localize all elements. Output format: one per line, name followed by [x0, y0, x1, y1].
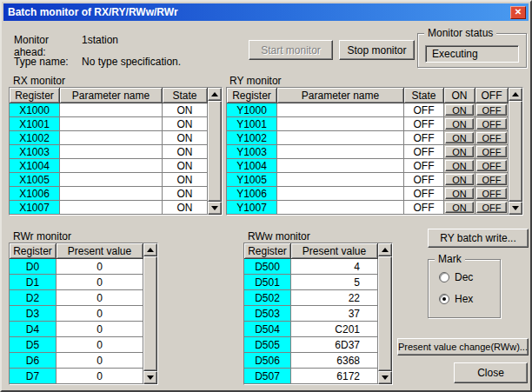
ry-header-off: OFF	[475, 88, 509, 103]
rwr-monitor-label: RWr monitor	[13, 230, 71, 243]
ry-off-button[interactable]: OFF	[476, 188, 507, 199]
type-name-label: Type name:	[14, 56, 82, 68]
register-cell: X1004	[10, 159, 60, 173]
scroll-thumb[interactable]	[378, 256, 392, 371]
state-cell: ON	[163, 131, 208, 145]
ry-off-button[interactable]: OFF	[476, 132, 507, 143]
ry-batch-write-button[interactable]: RY batch write...	[428, 229, 529, 248]
state-cell: OFF	[404, 159, 444, 173]
batch-monitor-dialog: Batch monitor of RX/RY/RWw/RWr ✕ Monitor…	[0, 0, 532, 392]
ry-monitor-label: RY monitor	[229, 75, 282, 87]
present-value-change-button[interactable]: Present value change(RWw)...	[397, 338, 529, 355]
ry-off-button[interactable]: OFF	[476, 104, 507, 116]
rx-monitor-table: Register Parameter name State X1000 ON X…	[9, 87, 223, 216]
type-name-value: No type specification.	[82, 56, 181, 68]
close-button[interactable]: Close	[454, 362, 528, 383]
register-cell: X1000	[10, 103, 60, 117]
rx-monitor-label: RX monitor	[13, 75, 65, 87]
state-cell: OFF	[404, 187, 444, 201]
mark-group: Mark Dec Hex	[428, 259, 501, 318]
register-cell: Y1006	[227, 187, 277, 201]
ry-off-button[interactable]: OFF	[476, 202, 507, 213]
value-cell: 4	[291, 259, 378, 275]
value-cell: 0	[57, 259, 143, 275]
rwr-scrollbar[interactable]	[143, 243, 157, 384]
window-title: Batch monitor of RX/RY/RWw/RWr	[8, 6, 510, 18]
ry-off-button[interactable]: OFF	[476, 174, 507, 185]
register-cell: Y1001	[227, 117, 277, 131]
value-cell: 0	[57, 306, 143, 322]
start-monitor-button[interactable]: Start monitor	[249, 40, 333, 60]
ry-on-button[interactable]: ON	[445, 188, 474, 199]
mark-group-label: Mark	[435, 253, 465, 265]
scroll-down-button[interactable]	[143, 371, 157, 384]
param-cell	[60, 117, 163, 131]
ry-header-register: Register	[227, 88, 277, 103]
state-cell: ON	[163, 201, 208, 215]
param-cell	[277, 103, 404, 117]
rx-scrollbar[interactable]	[208, 88, 222, 215]
scroll-up-button[interactable]	[509, 88, 522, 101]
value-cell: 0	[57, 290, 143, 306]
arrow-up-icon	[211, 92, 218, 96]
register-cell: D506	[244, 353, 291, 369]
monitor-status-value: Executing	[432, 48, 478, 60]
ry-off-button[interactable]: OFF	[476, 146, 507, 157]
register-cell: D1	[10, 275, 57, 290]
close-glyph: ✕	[515, 8, 522, 17]
ry-on-button[interactable]: ON	[445, 104, 474, 116]
register-cell: Y1005	[227, 173, 277, 187]
state-cell: ON	[163, 159, 208, 173]
value-cell: 0	[57, 337, 143, 353]
value-cell: 6172	[291, 369, 378, 384]
register-cell: D3	[10, 306, 57, 322]
scroll-down-button[interactable]	[378, 371, 392, 384]
value-cell: C201	[291, 322, 378, 337]
arrow-up-icon	[382, 248, 389, 252]
register-cell: D500	[244, 259, 291, 275]
hex-radio-option[interactable]: Hex	[439, 293, 473, 305]
register-cell: X1001	[10, 117, 60, 131]
title-bar[interactable]: Batch monitor of RX/RY/RWw/RWr ✕	[3, 3, 529, 21]
dec-radio-icon[interactable]	[439, 272, 449, 282]
scroll-up-button[interactable]	[143, 243, 157, 256]
scroll-down-button[interactable]	[509, 202, 522, 215]
scroll-up-button[interactable]	[208, 88, 222, 101]
ry-on-button[interactable]: ON	[445, 174, 474, 185]
register-cell: X1002	[10, 131, 60, 145]
ry-scrollbar[interactable]	[509, 88, 522, 215]
register-cell: D502	[244, 290, 291, 306]
rwr-header-value: Present value	[57, 243, 143, 259]
arrow-down-icon	[382, 375, 389, 380]
param-cell	[60, 145, 163, 159]
hex-radio-icon[interactable]	[439, 294, 449, 304]
param-cell	[60, 201, 163, 215]
dec-radio-option[interactable]: Dec	[439, 271, 473, 283]
state-cell: ON	[163, 117, 208, 131]
rww-scrollbar[interactable]	[378, 243, 392, 384]
stop-monitor-button[interactable]: Stop monitor	[339, 40, 415, 60]
ry-on-button[interactable]: ON	[445, 146, 474, 157]
scroll-thumb[interactable]	[509, 101, 522, 202]
monitor-status-group: Monitor status Executing	[417, 33, 527, 68]
ry-off-button[interactable]: OFF	[476, 160, 507, 171]
ry-header-state: State	[404, 88, 444, 103]
param-cell	[60, 159, 163, 173]
param-cell	[277, 173, 404, 187]
register-cell: D4	[10, 322, 57, 337]
close-icon[interactable]: ✕	[510, 6, 526, 19]
ry-off-button[interactable]: OFF	[476, 118, 507, 130]
register-cell: X1003	[10, 145, 60, 159]
scroll-up-button[interactable]	[378, 243, 392, 256]
ry-on-button[interactable]: ON	[445, 202, 474, 213]
register-cell: D0	[10, 259, 57, 275]
scroll-down-button[interactable]	[208, 202, 222, 215]
ry-on-button[interactable]: ON	[445, 132, 474, 143]
ry-on-button[interactable]: ON	[445, 160, 474, 171]
ry-on-button[interactable]: ON	[445, 118, 474, 130]
scroll-thumb[interactable]	[208, 101, 222, 202]
monitor-ahead-row: Monitor ahead: 1station	[14, 34, 118, 58]
value-cell: 0	[57, 322, 143, 337]
scroll-thumb[interactable]	[143, 256, 157, 371]
state-cell: ON	[163, 145, 208, 159]
